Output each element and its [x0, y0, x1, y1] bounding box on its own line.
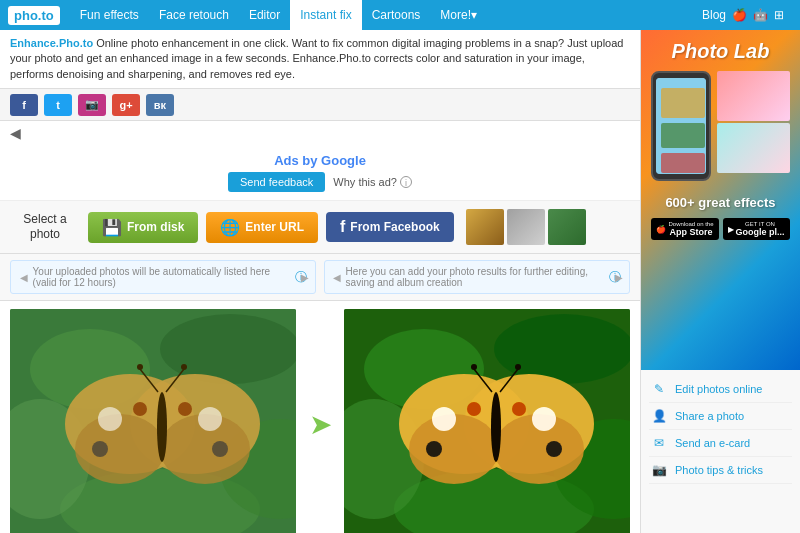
ads-section: Ads by Google Send feedback Why this ad?… [0, 145, 640, 201]
photo-lab-title: Photo Lab [651, 40, 790, 63]
svg-rect-44 [661, 123, 705, 148]
phone-mockup [651, 71, 711, 181]
nav-more[interactable]: More!▾ [430, 0, 487, 30]
social-bar: f t 📷 g+ вк [0, 89, 640, 121]
back-arrow-icon[interactable]: ◀ [10, 125, 21, 141]
collage-img-2 [717, 123, 790, 173]
page-description: Online photo enhancement in one click. W… [10, 37, 623, 80]
svg-point-32 [532, 407, 556, 431]
arrow-right-icon: ➤ [309, 408, 332, 441]
apple-store-icon: 🍎 [656, 225, 666, 234]
from-disk-button[interactable]: 💾 From disk [88, 212, 198, 243]
googleplus-share-button[interactable]: g+ [112, 94, 140, 116]
svg-point-10 [98, 407, 122, 431]
apple-icon[interactable]: 🍎 [732, 8, 747, 22]
svg-point-33 [426, 441, 442, 457]
android-icon[interactable]: 🤖 [753, 8, 768, 22]
google-play-icon: ▶ [728, 225, 734, 234]
svg-point-11 [198, 407, 222, 431]
google-play-button[interactable]: ▶ GET IT ON Google pl... [723, 218, 790, 240]
svg-point-15 [178, 402, 192, 416]
svg-point-12 [92, 441, 108, 457]
ecard-icon: ✉ [649, 435, 669, 451]
edit-icon: ✎ [649, 381, 669, 397]
panel-right-arrow[interactable]: ▶ [299, 271, 311, 283]
info-icon: i [400, 176, 412, 188]
blog-link[interactable]: Blog [702, 8, 726, 22]
sidebar-advertisement: Photo Lab 60 [641, 30, 800, 370]
svg-point-31 [432, 407, 456, 431]
facebook-share-button[interactable]: f [10, 94, 38, 116]
svg-point-34 [546, 441, 562, 457]
original-image [10, 309, 296, 533]
send-ecard-label: Send an e-card [675, 437, 750, 449]
svg-point-19 [137, 364, 143, 370]
svg-rect-45 [661, 153, 705, 173]
why-this-ad[interactable]: Why this ad? i [333, 176, 412, 188]
ads-provider: Google [321, 153, 366, 168]
butterfly-enhanced [344, 309, 630, 533]
site-logo[interactable]: pho.to [8, 6, 60, 25]
butterfly-original [10, 309, 296, 533]
compare-arrow: ➤ [296, 408, 344, 441]
google-play-label: Google pl... [736, 227, 785, 237]
panel-left-arrow[interactable]: ◀ [19, 271, 29, 283]
svg-point-13 [212, 441, 228, 457]
thumbnail-2[interactable] [507, 209, 545, 245]
phone-screen [656, 78, 706, 174]
effects-count: 600+ great effects [651, 195, 790, 210]
photo-thumbnails [466, 209, 586, 245]
instagram-share-button[interactable]: 📷 [78, 94, 106, 116]
top-navigation: pho.to Fun effects Face retouch Editor I… [0, 0, 800, 30]
vk-share-button[interactable]: вк [146, 94, 174, 116]
edit-photos-link[interactable]: ✎ Edit photos online [649, 376, 792, 403]
svg-point-40 [471, 364, 477, 370]
phone-screen-content [656, 78, 706, 174]
from-facebook-button[interactable]: f From Facebook [326, 212, 454, 242]
description-bar: Enhance.Pho.to Online photo enhancement … [0, 30, 640, 89]
svg-point-14 [133, 402, 147, 416]
uploaded-photos-panel: ◀ Your uploaded photos will be automatic… [10, 260, 316, 294]
image-comparison: ➤ [0, 301, 640, 533]
panel-left-arrow-2[interactable]: ◀ [333, 271, 342, 283]
thumbnail-1[interactable] [466, 209, 504, 245]
page-title: Enhance.Pho.to [10, 37, 93, 49]
main-content: Enhance.Pho.to Online photo enhancement … [0, 30, 640, 533]
nav-face-retouch[interactable]: Face retouch [149, 0, 239, 30]
share-photo-link[interactable]: 👤 Share a photo [649, 403, 792, 430]
svg-rect-43 [661, 88, 705, 118]
nav-fun-effects[interactable]: Fun effects [70, 0, 149, 30]
uploaded-photos-text: Your uploaded photos will be automatical… [33, 266, 291, 288]
ads-label: Ads by Google [8, 153, 632, 168]
back-bar: ◀ [0, 121, 640, 145]
photo-tips-link[interactable]: 📷 Photo tips & tricks [649, 457, 792, 484]
twitter-share-button[interactable]: t [44, 94, 72, 116]
app-store-button[interactable]: 🍎 Download on the App Store [651, 218, 718, 240]
enter-url-button[interactable]: 🌐 Enter URL [206, 212, 318, 243]
thumbnail-3[interactable] [548, 209, 586, 245]
nav-editor[interactable]: Editor [239, 0, 290, 30]
send-feedback-button[interactable]: Send feedback [228, 172, 325, 192]
store-buttons: 🍎 Download on the App Store ▶ GET IT ON … [651, 218, 790, 240]
panel-right-arrow-2[interactable]: ▶ [613, 271, 625, 283]
info-panels: ◀ Your uploaded photos will be automatic… [0, 254, 640, 301]
send-ecard-link[interactable]: ✉ Send an e-card [649, 430, 792, 457]
enhanced-image [344, 309, 630, 533]
butterfly-svg-original [10, 309, 296, 533]
right-sidebar: Photo Lab 60 [640, 30, 800, 533]
windows-icon[interactable]: ⊞ [774, 8, 784, 22]
nav-cartoons[interactable]: Cartoons [362, 0, 431, 30]
nav-instant-fix[interactable]: Instant fix [290, 0, 361, 30]
photo-results-text: Here you can add your photo results for … [346, 266, 605, 288]
butterfly-svg-enhanced [344, 309, 630, 533]
photo-collage-grid [717, 71, 790, 189]
svg-point-16 [157, 392, 167, 462]
svg-point-36 [512, 402, 526, 416]
ads-controls: Send feedback Why this ad? i [8, 172, 632, 192]
tips-icon: 📷 [649, 462, 669, 478]
url-icon: 🌐 [220, 218, 240, 237]
photo-results-panel: ◀ Here you can add your photo results fo… [324, 260, 630, 294]
photo-tips-label: Photo tips & tricks [675, 464, 763, 476]
main-layout: Enhance.Pho.to Online photo enhancement … [0, 30, 800, 533]
svg-point-37 [491, 392, 501, 462]
